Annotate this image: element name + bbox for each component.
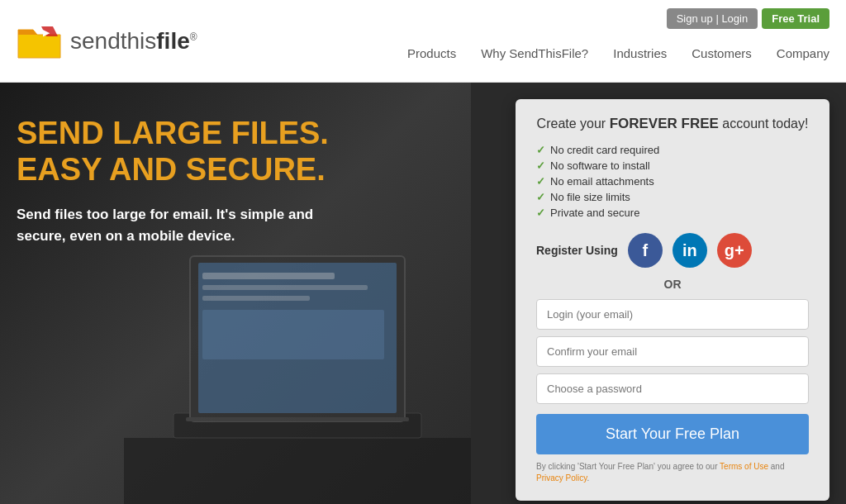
start-free-plan-button[interactable]: Start Your Free Plan [536,414,809,454]
svg-rect-12 [186,417,409,421]
nav-customers[interactable]: Customers [692,46,752,60]
social-register-row: Register Using f in g+ [536,233,809,268]
checklist-item: Private and secure [536,205,809,221]
hero-headline: SEND LARGE FILES. EASY AND SECURE. [17,116,330,188]
hero-text-block: SEND LARGE FILES. EASY AND SECURE. Send … [17,116,330,246]
main-nav: Products Why SendThisFile? Industries Cu… [407,46,829,60]
svg-rect-10 [202,296,310,301]
or-divider: OR [536,278,809,291]
linkedin-register-button[interactable]: in [673,233,707,268]
logo-icon: ▶ [17,18,62,64]
svg-rect-8 [202,273,335,279]
reg-card-title: Create your FOREVER FREE account today! [536,116,809,132]
top-right-actions: Sign up | Login Free Trial [667,8,829,29]
nav-industries[interactable]: Industries [613,46,667,60]
google-register-button[interactable]: g+ [717,233,752,268]
header: ▶ sendthisfile® Products Why SendThisFil… [0,0,846,83]
email-input[interactable] [536,299,809,330]
hero-subtext: Send files too large for email. It's sim… [17,204,330,246]
registration-card: Create your FOREVER FREE account today! … [516,99,829,501]
register-label: Register Using [536,244,618,257]
password-input[interactable] [536,373,809,404]
free-trial-button[interactable]: Free Trial [762,8,829,29]
logo-area: ▶ sendthisfile® [17,18,197,64]
svg-rect-11 [202,310,384,359]
checklist-item: No email attachments [536,174,809,189]
nav-company[interactable]: Company [777,46,829,60]
facebook-register-button[interactable]: f [628,233,663,268]
svg-rect-4 [124,438,471,504]
checklist-item: No credit card required [536,142,809,158]
checklist-item: No file size limits [536,189,809,205]
svg-text:▶: ▶ [43,28,50,37]
terms-of-use-link[interactable]: Terms of Use [720,462,768,471]
nav-why[interactable]: Why SendThisFile? [481,46,588,60]
terms-text: By clicking 'Start Your Free Plan' you a… [536,461,809,484]
hero-section: SEND LARGE FILES. EASY AND SECURE. Send … [0,83,846,504]
checklist-item: No software to install [536,158,809,174]
privacy-policy-link[interactable]: Privacy Policy [536,473,587,483]
svg-marker-1 [18,30,37,35]
nav-products[interactable]: Products [407,46,456,60]
logo-text: sendthisfile® [70,28,197,55]
signup-login-button[interactable]: Sign up | Login [667,8,758,29]
svg-rect-9 [202,285,368,290]
feature-checklist: No credit card required No software to i… [536,142,809,221]
confirm-email-input[interactable] [536,336,809,367]
